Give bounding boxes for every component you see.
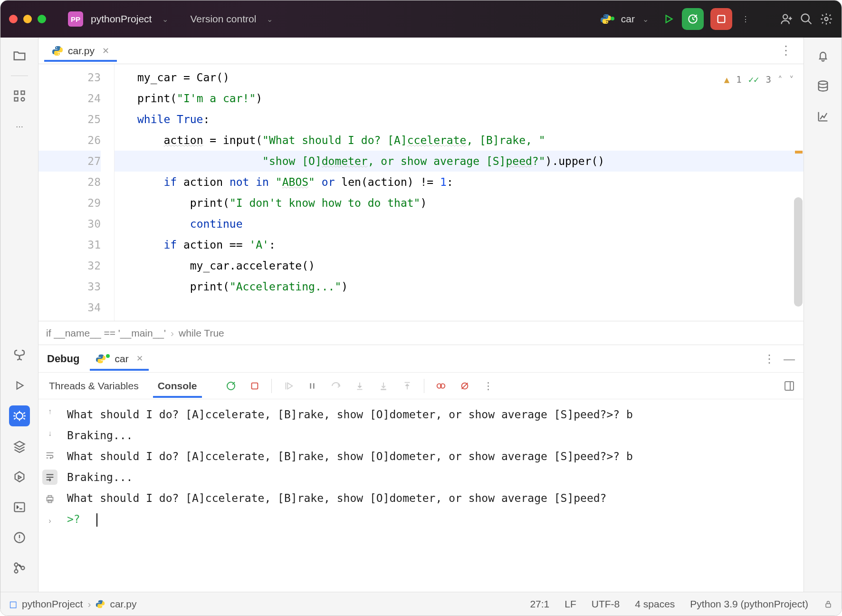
code-line[interactable]: while True: — [137, 109, 804, 130]
problems-icon[interactable] — [9, 527, 30, 548]
svg-rect-21 — [48, 500, 51, 503]
run-button[interactable] — [662, 12, 675, 26]
layout-icon[interactable] — [784, 380, 795, 392]
code-line[interactable]: if action not in "ABOS" or len(action) !… — [137, 172, 804, 192]
scroll-to-end-icon[interactable] — [42, 470, 57, 485]
status-project[interactable]: pythonProject — [22, 598, 83, 610]
indent-settings[interactable]: 4 spaces — [635, 598, 675, 610]
chevron-down-icon[interactable]: ⌄ — [267, 15, 273, 24]
project-icon[interactable] — [9, 45, 30, 66]
tab-console[interactable]: Console — [156, 375, 199, 397]
debug-panel: Debug car ✕ ⋮ — Threads & Variables Cons… — [38, 345, 804, 592]
more-icon[interactable]: ⋮ — [481, 379, 496, 393]
right-tool-rail — [804, 38, 842, 592]
line-separator[interactable]: LF — [565, 598, 576, 610]
more-icon[interactable]: ⋮ — [739, 12, 752, 26]
version-control-menu[interactable]: Version control — [190, 13, 256, 25]
services-icon[interactable] — [9, 466, 30, 487]
pause-icon[interactable] — [305, 379, 319, 393]
code-line[interactable]: if action == 'A': — [137, 234, 804, 255]
editor-tabs: car.py ✕ ⋮ — [38, 38, 804, 64]
git-icon[interactable] — [9, 558, 30, 578]
structure-icon[interactable] — [9, 86, 30, 106]
step-out-icon[interactable] — [400, 379, 414, 393]
stop-button[interactable] — [710, 8, 732, 30]
line-gutter: 232425262728293031323334 — [38, 64, 115, 321]
resume-icon[interactable] — [281, 379, 296, 393]
svg-rect-23 — [826, 604, 831, 607]
python-interpreter[interactable]: Python 3.9 (pythonProject) — [690, 598, 808, 610]
soft-wrap-icon[interactable] — [42, 448, 57, 463]
python-packages-icon[interactable] — [9, 345, 30, 366]
rerun-icon[interactable] — [224, 379, 238, 393]
step-into-my-icon[interactable] — [376, 379, 391, 393]
sciview-icon[interactable] — [813, 106, 833, 127]
layers-icon[interactable] — [9, 436, 30, 457]
debug-button[interactable] — [682, 8, 704, 30]
code-line[interactable]: action = input("What should I do? [A]cce… — [137, 130, 804, 151]
code-line[interactable]: continue — [137, 213, 804, 234]
more-icon[interactable]: ⋮ — [774, 43, 798, 58]
more-icon[interactable]: ⋮ — [764, 352, 775, 366]
status-file[interactable]: car.py — [110, 598, 136, 610]
code-line[interactable]: "show [O]dometer, or show average [S]pee… — [137, 151, 804, 172]
chevron-right-icon[interactable]: › — [42, 513, 57, 529]
minimize-icon[interactable]: — — [784, 352, 795, 366]
code-with-me-icon[interactable] — [780, 12, 793, 26]
minimize-icon[interactable] — [23, 15, 32, 23]
tab-car-py[interactable]: car.py ✕ — [44, 40, 117, 61]
debug-tab-label: car — [115, 353, 128, 365]
svg-point-8 — [16, 413, 23, 419]
lock-icon[interactable] — [823, 599, 833, 609]
tab-label: car.py — [68, 45, 95, 57]
svg-point-7 — [21, 98, 24, 101]
stop-icon[interactable] — [248, 379, 262, 393]
svg-point-2 — [802, 14, 809, 22]
view-breakpoints-icon[interactable] — [434, 379, 448, 393]
code-line[interactable]: my_car = Car() — [137, 67, 804, 88]
console-output[interactable]: What should I do? [A]ccelerate, [B]rake,… — [61, 399, 804, 592]
breadcrumb: if __name__ == '__main__' › while True — [38, 321, 804, 345]
breadcrumb-item[interactable]: if __name__ == '__main__' — [46, 327, 166, 339]
file-encoding[interactable]: UTF-8 — [592, 598, 620, 610]
run-icon[interactable] — [9, 375, 30, 396]
scroll-down-icon[interactable]: ↓ — [42, 426, 57, 441]
code-editor[interactable]: 232425262728293031323334 ▲ 1 ✓✓ 3 ˄ ˅ my… — [38, 64, 804, 321]
step-over-icon[interactable] — [329, 379, 343, 393]
project-name[interactable]: pythonProject — [91, 13, 152, 25]
code-line[interactable]: my_car.accelerate() — [137, 255, 804, 276]
chevron-down-icon[interactable]: ⌄ — [162, 15, 168, 24]
code-line[interactable]: print("I don't know how to do that") — [137, 192, 804, 213]
console-line: What should I do? [A]ccelerate, [B]rake,… — [67, 404, 798, 425]
close-icon[interactable]: ✕ — [136, 354, 143, 364]
code-line[interactable]: print("I'm a car!") — [137, 88, 804, 109]
terminal-icon[interactable] — [9, 497, 30, 518]
code-line[interactable]: print("Accelerating...") — [137, 276, 804, 297]
project-badge[interactable]: PP — [68, 11, 83, 27]
search-icon[interactable] — [800, 12, 813, 26]
debug-title: Debug — [47, 353, 79, 365]
print-icon[interactable] — [42, 491, 57, 507]
gear-icon[interactable] — [820, 12, 833, 26]
database-icon[interactable] — [813, 76, 833, 96]
tab-threads-variables[interactable]: Threads & Variables — [47, 375, 141, 397]
chevron-right-icon: › — [87, 598, 91, 610]
scroll-up-icon[interactable]: ↑ — [42, 404, 57, 419]
console-prompt: >? — [67, 513, 87, 525]
console-line: What should I do? [A]ccelerate, [B]rake,… — [67, 488, 798, 509]
mute-breakpoints-icon[interactable] — [458, 379, 472, 393]
debug-icon[interactable] — [9, 405, 30, 426]
close-icon[interactable] — [9, 15, 18, 23]
svg-point-3 — [825, 18, 828, 21]
more-icon[interactable]: ⋯ — [9, 116, 30, 137]
maximize-icon[interactable] — [38, 15, 46, 23]
debug-tab-car[interactable]: car ✕ — [94, 347, 144, 370]
chevron-down-icon[interactable]: ⌄ — [642, 15, 649, 24]
titlebar: PP pythonProject ⌄ Version control ⌄ car… — [0, 0, 842, 38]
close-icon[interactable]: ✕ — [102, 46, 109, 56]
run-configuration[interactable]: car ⌄ — [593, 10, 655, 28]
step-into-icon[interactable] — [353, 379, 367, 393]
notifications-icon[interactable] — [813, 45, 833, 66]
caret-position[interactable]: 27:1 — [530, 598, 549, 610]
breadcrumb-item[interactable]: while True — [179, 327, 224, 339]
